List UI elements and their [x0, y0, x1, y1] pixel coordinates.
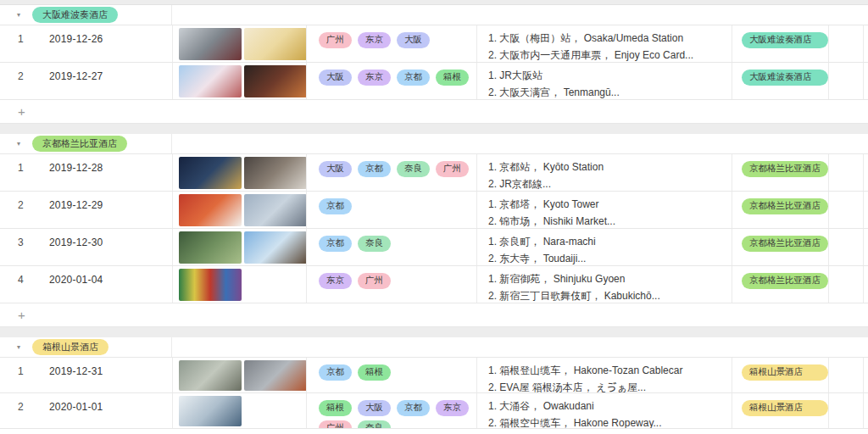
group-header-row: ▾箱根山景酒店: [0, 337, 868, 358]
hotel-cell[interactable]: 大阪难波奏酒店: [732, 63, 828, 99]
hotel-cell[interactable]: 箱根山景酒店: [732, 393, 828, 428]
note-line: 2. 新宿三丁目歌舞伎町， Kabukichō...: [488, 287, 732, 303]
temple-forest-photo[interactable]: [179, 231, 242, 264]
date-cell[interactable]: 2019-12-30: [34, 229, 103, 265]
shrine-gate-photo[interactable]: [179, 194, 242, 226]
tags-cell[interactable]: 箱根大阪京都东京广州奈良: [306, 393, 476, 428]
add-row-button[interactable]: +: [0, 100, 868, 124]
tag-badge: 箱根: [358, 364, 391, 381]
note-line: 2. 东大寺， Toudaiji...: [488, 250, 732, 265]
tags-cell[interactable]: 京都奈良: [306, 229, 476, 265]
hotel-badge: 京都格兰比亚酒店: [742, 236, 828, 252]
note-line: 1. 大涌谷， Owakudani: [488, 398, 732, 415]
empty-cell: [828, 154, 863, 191]
tag-badge: 箱根: [319, 400, 352, 416]
collapse-arrow-icon[interactable]: ▾: [17, 12, 20, 19]
records-grid: ▾大阪难波奏酒店12019-12-26广州东京大阪1. 大阪（梅田）站， Osa…: [0, 5, 868, 434]
mountain-railway-photo[interactable]: [244, 360, 306, 391]
tag-badge: 大阪: [319, 161, 352, 177]
images-cell[interactable]: [172, 358, 306, 392]
hotel-cell[interactable]: 箱根山景酒店: [732, 358, 828, 392]
ramen-bowl-photo[interactable]: [244, 28, 306, 60]
notes-cell[interactable]: 1. 奈良町， Nara-machi2. 东大寺， Toudaiji...: [476, 229, 732, 265]
hotel-cell[interactable]: 京都格兰比亚酒店: [732, 154, 828, 191]
train-bridge-photo[interactable]: [179, 28, 242, 60]
empty-cell: [828, 266, 863, 303]
notes-cell[interactable]: 1. JR大阪站2. 大阪天满宫， Tenmangū...: [476, 63, 732, 99]
date-cell[interactable]: 2019-12-27: [34, 63, 103, 99]
date-cell[interactable]: 2020-01-01: [34, 393, 103, 428]
images-cell[interactable]: [172, 393, 306, 428]
group-gap: [0, 124, 868, 134]
tags-cell[interactable]: 京都箱根: [306, 358, 476, 392]
add-row-button[interactable]: +: [0, 303, 868, 327]
date-cell[interactable]: 2019-12-26: [34, 25, 103, 62]
tag-badge: 大阪: [397, 32, 430, 48]
hotel-badge: 箱根山景酒店: [742, 364, 828, 381]
tag-badge: 东京: [358, 70, 391, 86]
images-cell[interactable]: [172, 63, 306, 99]
group-name-badge: 大阪难波奏酒店: [32, 7, 118, 23]
plus-icon: +: [18, 309, 25, 321]
table-row: 12019-12-28大阪京都奈良广州1. 京都站， Kyōto Station…: [0, 154, 868, 192]
tags-cell[interactable]: 大阪京都奈良广州: [306, 154, 476, 191]
collapse-arrow-icon[interactable]: ▾: [17, 141, 20, 147]
night-market-photo[interactable]: [244, 65, 306, 97]
images-cell[interactable]: [172, 154, 306, 191]
date-cell[interactable]: 2020-01-04: [34, 266, 103, 303]
river-night-photo[interactable]: [179, 157, 242, 189]
hotel-cell[interactable]: 京都格兰比亚酒店: [732, 192, 828, 228]
group-header-left: ▾箱根山景酒店: [0, 337, 172, 357]
hotel-cell[interactable]: 大阪难波奏酒店: [732, 25, 828, 62]
images-cell[interactable]: [172, 192, 306, 228]
empty-cell: [828, 25, 863, 62]
row-head-cell: 12019-12-31: [0, 358, 172, 392]
note-line: 2. 箱根空中缆车， Hakone Ropeway...: [488, 415, 732, 428]
kyoto-tower-photo[interactable]: [244, 194, 306, 226]
tag-badge: 奈良: [358, 420, 391, 428]
tags-cell[interactable]: 广州东京大阪: [306, 25, 476, 62]
note-line: 2. 锦市场， Nishiki Market...: [488, 213, 732, 228]
row-number: 4: [0, 266, 34, 303]
tag-badge: 东京: [319, 273, 352, 289]
date-cell[interactable]: 2019-12-29: [34, 192, 103, 228]
colorful-banners-photo[interactable]: [179, 269, 242, 301]
tag-badge: 京都: [319, 198, 352, 214]
notes-cell[interactable]: 1. 箱根登山缆车， Hakone-Tozan Cablecar2. EVA屋 …: [476, 358, 732, 392]
group-header-left: ▾大阪难波奏酒店: [0, 5, 172, 25]
row-head-cell: 12019-12-28: [0, 154, 172, 191]
hotel-cell[interactable]: 京都格兰比亚酒店: [732, 266, 828, 303]
table-row: 32019-12-30京都奈良1. 奈良町， Nara-machi2. 东大寺，…: [0, 229, 868, 266]
castle-sakura-photo[interactable]: [179, 65, 242, 97]
images-cell[interactable]: [172, 266, 306, 303]
tag-badge: 大阪: [358, 400, 391, 416]
notes-cell[interactable]: 1. 京都站， Kyōto Station2. JR京都線...: [476, 154, 732, 191]
notes-cell[interactable]: 1. 大涌谷， Owakudani2. 箱根空中缆车， Hakone Ropew…: [476, 393, 732, 428]
temple-hall-photo[interactable]: [244, 231, 306, 264]
images-cell[interactable]: [172, 229, 306, 265]
notes-cell[interactable]: 1. 大阪（梅田）站， Osaka/Umeda Station2. 大阪市内一天…: [476, 25, 732, 62]
collapse-arrow-icon[interactable]: ▾: [17, 344, 20, 351]
hotel-cell[interactable]: 京都格兰比亚酒店: [732, 229, 828, 265]
tags-cell[interactable]: 大阪东京京都箱根: [306, 63, 476, 99]
row-number: 2: [0, 192, 34, 228]
date-cell[interactable]: 2019-12-31: [34, 358, 103, 392]
row-number: 1: [0, 154, 34, 191]
old-street-photo[interactable]: [244, 157, 306, 189]
table-row: 22019-12-29京都1. 京都塔， Kyoto Tower2. 锦市场， …: [0, 192, 868, 229]
add-row-button[interactable]: +: [0, 429, 868, 434]
notes-cell[interactable]: 1. 京都塔， Kyoto Tower2. 锦市场， Nishiki Marke…: [476, 192, 732, 228]
group-header-spacer: [172, 337, 868, 357]
date-cell[interactable]: 2019-12-28: [34, 154, 103, 191]
tag-badge: 京都: [319, 236, 352, 252]
tags-cell[interactable]: 京都: [306, 192, 476, 228]
mountain-village-photo[interactable]: [179, 360, 242, 391]
snowy-valley-steam-photo[interactable]: [179, 396, 242, 426]
tags-cell[interactable]: 东京广州: [306, 266, 476, 303]
images-cell[interactable]: [172, 25, 306, 62]
notes-cell[interactable]: 1. 新宿御苑， Shinjuku Gyoen2. 新宿三丁目歌舞伎町， Kab…: [476, 266, 732, 303]
tag-badge: 京都: [319, 364, 352, 381]
note-line: 2. JR京都線...: [488, 175, 732, 191]
empty-cell: [863, 25, 868, 62]
note-line: 1. 新宿御苑， Shinjuku Gyoen: [488, 270, 732, 287]
